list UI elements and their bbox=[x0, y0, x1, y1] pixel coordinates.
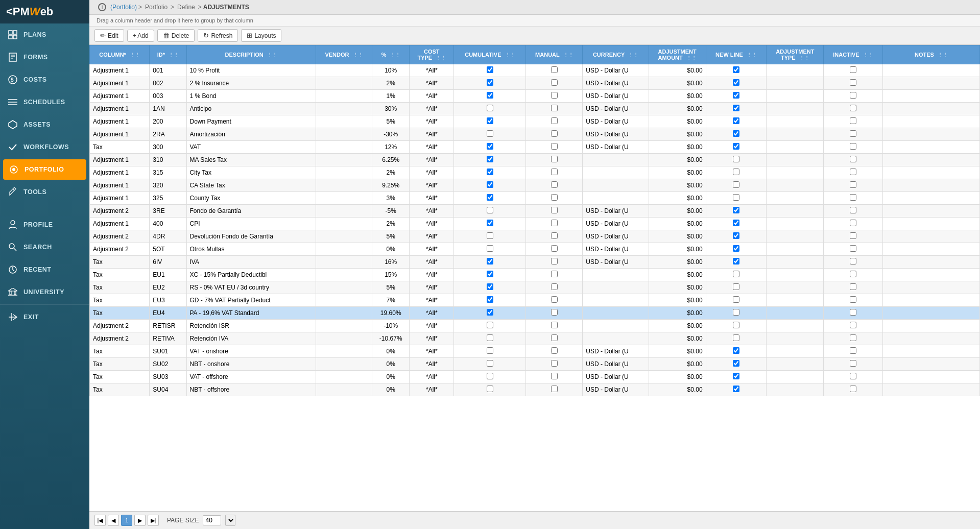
table-row: Adjustment 1325County Tax3%*All*$0.00 bbox=[90, 192, 980, 205]
edit-button[interactable]: ✏ Edit bbox=[94, 29, 124, 42]
sidebar-item-exit-label: EXIT bbox=[23, 314, 39, 321]
last-page-button[interactable]: ▶| bbox=[148, 515, 159, 526]
table-row: Adjustment 1400CPI2%*All*USD - Dollar (U… bbox=[90, 218, 980, 230]
portfolio-icon bbox=[8, 164, 19, 175]
svg-rect-4 bbox=[9, 53, 16, 61]
sidebar-item-costs[interactable]: $ COSTS bbox=[0, 68, 89, 91]
adjustments-table: COLUMN* ⋮⋮ ID* ⋮⋮ DESCRIPTION ⋮⋮ VENDOR … bbox=[89, 45, 980, 396]
table-row: Adjustment 23REFondo de Garantía-5%*All*… bbox=[90, 205, 980, 218]
schedules-icon bbox=[7, 97, 18, 108]
page-size-label: PAGE SIZE bbox=[167, 517, 199, 524]
svg-text:$: $ bbox=[11, 77, 14, 83]
sidebar-divider bbox=[0, 304, 89, 305]
col-header-manual[interactable]: MANUAL ⋮⋮ bbox=[526, 45, 583, 64]
table-row: TaxSU01VAT - onshore0%*All*USD - Dollar … bbox=[90, 345, 980, 358]
forms-icon bbox=[7, 52, 18, 63]
table-row: Adjustment 2RETISRRetención ISR-10%*All*… bbox=[90, 320, 980, 332]
svg-rect-2 bbox=[9, 35, 12, 39]
tools-icon bbox=[7, 186, 18, 198]
sidebar: <PMWeb PLANS FORMS $ COSTS SCHEDULES ASS… bbox=[0, 0, 89, 529]
search-icon bbox=[7, 242, 18, 253]
table-row: TaxSU03VAT - offshore0%*All*USD - Dollar… bbox=[90, 371, 980, 383]
table-row: Adjustment 2RETIVARetención IVA-10.67%*A… bbox=[90, 332, 980, 345]
page-size-input[interactable] bbox=[203, 515, 221, 525]
data-table-container: COLUMN* ⋮⋮ ID* ⋮⋮ DESCRIPTION ⋮⋮ VENDOR … bbox=[89, 45, 980, 511]
page-size-dropdown[interactable]: 40 20 60 100 bbox=[225, 515, 235, 526]
table-row: TaxEU2RS - 0% VAT EU / 3d country5%*All*… bbox=[90, 281, 980, 294]
logo: <PMWeb bbox=[0, 0, 89, 23]
table-row: TaxEU3GD - 7% VAT Partially Deduct7%*All… bbox=[90, 294, 980, 307]
layouts-icon: ⊞ bbox=[247, 32, 252, 39]
col-header-currency[interactable]: CURRENCY ⋮⋮ bbox=[583, 45, 649, 64]
main-content: i (Portfolio) > Portfolio > Define > ADJ… bbox=[89, 0, 980, 529]
delete-icon: 🗑 bbox=[163, 32, 170, 39]
sidebar-item-plans[interactable]: PLANS bbox=[0, 23, 89, 46]
refresh-button[interactable]: ↻ Refresh bbox=[198, 29, 238, 42]
table-row: TaxEU4PA - 19,6% VAT Standard19.60%*All*… bbox=[90, 307, 980, 320]
sidebar-item-university[interactable]: UNIVERSITY bbox=[0, 281, 89, 303]
breadcrumb-portfolio-link[interactable]: (Portfolio) bbox=[110, 4, 137, 11]
col-header-adjustment-amount[interactable]: ADJUSTMENTAMOUNT ⋮⋮ bbox=[649, 45, 706, 64]
col-header-cost-type[interactable]: COSTTYPE ⋮⋮ bbox=[410, 45, 454, 64]
sidebar-item-forms-label: FORMS bbox=[23, 54, 48, 61]
recent-icon bbox=[7, 264, 18, 275]
sidebar-item-recent[interactable]: RECENT bbox=[0, 258, 89, 281]
sidebar-item-tools[interactable]: TOOLS bbox=[0, 181, 89, 203]
page-1-button[interactable]: 1 bbox=[121, 515, 132, 526]
breadcrumb-current: ADJUSTMENTS bbox=[203, 4, 249, 11]
table-row: Adjustment 1320CA State Tax9.25%*All*$0.… bbox=[90, 179, 980, 192]
table-row: Tax300VAT12%*All*USD - Dollar (U$0.00 bbox=[90, 141, 980, 154]
col-header-notes[interactable]: NOTES ⋮⋮ bbox=[882, 45, 979, 64]
assets-icon bbox=[7, 119, 18, 130]
sidebar-item-costs-label: COSTS bbox=[23, 76, 47, 83]
sidebar-item-schedules[interactable]: SCHEDULES bbox=[0, 91, 89, 113]
refresh-icon: ↻ bbox=[203, 32, 209, 39]
sidebar-item-search-label: SEARCH bbox=[23, 244, 52, 251]
col-header-pct[interactable]: % ⋮⋮ bbox=[372, 45, 410, 64]
layouts-button[interactable]: ⊞ Layouts bbox=[241, 29, 281, 42]
sidebar-item-portfolio[interactable]: PORTFOLIO bbox=[3, 159, 86, 180]
col-header-cumulative[interactable]: CUMULATIVE ⋮⋮ bbox=[454, 45, 526, 64]
costs-icon: $ bbox=[7, 74, 18, 85]
col-header-column[interactable]: COLUMN* ⋮⋮ bbox=[90, 45, 150, 64]
breadcrumb-define: Define bbox=[177, 4, 195, 11]
first-page-button[interactable]: |◀ bbox=[94, 515, 106, 526]
col-header-inactive[interactable]: INACTIVE ⋮⋮ bbox=[824, 45, 883, 64]
sidebar-item-university-label: UNIVERSITY bbox=[23, 288, 64, 296]
table-row: Adjustment 24DRDevolución Fondo de Garan… bbox=[90, 230, 980, 243]
svg-point-17 bbox=[9, 244, 14, 249]
add-button[interactable]: + Add bbox=[127, 30, 154, 42]
info-icon: i bbox=[98, 3, 106, 11]
sidebar-item-schedules-label: SCHEDULES bbox=[23, 99, 65, 106]
exit-icon bbox=[7, 311, 18, 323]
col-header-vendor[interactable]: VENDOR ⋮⋮ bbox=[316, 45, 372, 64]
delete-button[interactable]: 🗑 Delete bbox=[157, 29, 195, 42]
sidebar-item-profile[interactable]: PROFILE bbox=[0, 213, 89, 236]
sidebar-item-search[interactable]: SEARCH bbox=[0, 236, 89, 258]
breadcrumb-bar: i (Portfolio) > Portfolio > Define > ADJ… bbox=[89, 0, 980, 15]
sidebar-item-assets-label: ASSETS bbox=[23, 121, 51, 128]
col-header-id[interactable]: ID* ⋮⋮ bbox=[150, 45, 186, 64]
toolbar: ✏ Edit + Add 🗑 Delete ↻ Refresh ⊞ Layout… bbox=[89, 27, 980, 45]
table-row: Adjustment 11ANAnticipo30%*All*USD - Dol… bbox=[90, 103, 980, 115]
sidebar-item-workflows[interactable]: WORKFLOWS bbox=[0, 136, 89, 158]
table-row: Tax6IVIVA16%*All*USD - Dollar (U$0.00 bbox=[90, 256, 980, 269]
sidebar-item-assets[interactable]: ASSETS bbox=[0, 113, 89, 136]
edit-icon: ✏ bbox=[100, 32, 106, 39]
svg-line-18 bbox=[14, 248, 16, 251]
prev-page-button[interactable]: ◀ bbox=[108, 515, 119, 526]
col-header-description[interactable]: DESCRIPTION ⋮⋮ bbox=[186, 45, 316, 64]
svg-rect-1 bbox=[13, 31, 17, 34]
sidebar-item-portfolio-label: PORTFOLIO bbox=[25, 166, 64, 173]
next-page-button[interactable]: ▶ bbox=[134, 515, 146, 526]
col-header-new-line[interactable]: NEW LINE ⋮⋮ bbox=[706, 45, 767, 64]
plans-icon bbox=[7, 29, 18, 40]
sidebar-item-exit[interactable]: EXIT bbox=[0, 306, 89, 328]
table-row: Adjustment 100110 % Profit10%*All*USD - … bbox=[90, 64, 980, 77]
table-row: TaxSU04NBT - offshore0%*All*USD - Dollar… bbox=[90, 383, 980, 396]
svg-point-15 bbox=[12, 168, 15, 171]
table-header-row: COLUMN* ⋮⋮ ID* ⋮⋮ DESCRIPTION ⋮⋮ VENDOR … bbox=[90, 45, 980, 64]
col-header-adjustment-type[interactable]: ADJUSTMENTTYPE ⋮⋮ bbox=[767, 45, 824, 64]
sidebar-item-forms[interactable]: FORMS bbox=[0, 46, 89, 68]
table-row: TaxSU02NBT - onshore0%*All*USD - Dollar … bbox=[90, 358, 980, 371]
